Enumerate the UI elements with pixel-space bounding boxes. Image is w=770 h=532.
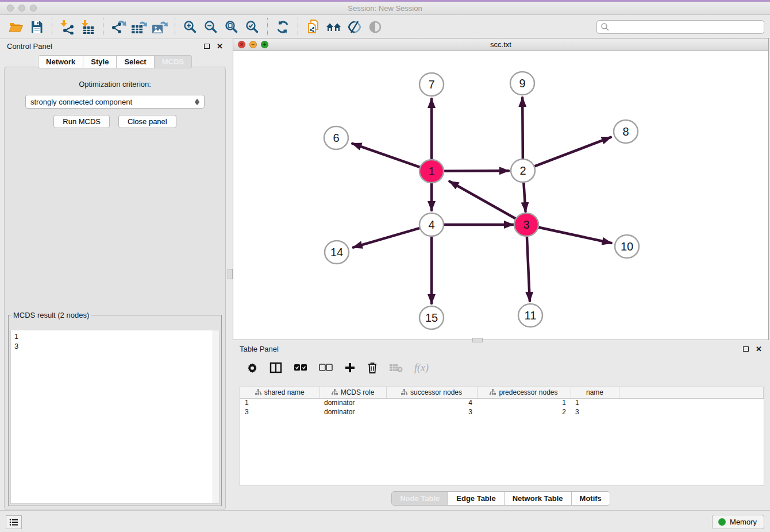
close-panel-icon[interactable]: ✕ <box>217 43 223 50</box>
column-header-successor-nodes[interactable]: successor nodes <box>386 387 477 398</box>
toolbar-separator <box>52 18 52 36</box>
table-panel: Table Panel ✕ f(x) <box>233 342 769 510</box>
mcds-result-list[interactable]: 1 3 <box>10 330 220 504</box>
graph-edge-3-11[interactable] <box>527 237 530 301</box>
zoom-fit-content-icon[interactable] <box>221 17 242 37</box>
network-graph[interactable]: 7968124314101511 <box>233 51 768 340</box>
zoom-selected-icon[interactable] <box>242 17 263 37</box>
close-panel-button[interactable]: Close panel <box>118 115 176 128</box>
column-header-shared-name[interactable]: shared name <box>240 387 319 398</box>
close-table-panel-icon[interactable]: ✕ <box>756 345 762 353</box>
criterion-select[interactable]: strongly connected component <box>25 95 205 109</box>
table-cell[interactable]: 2 <box>477 407 571 417</box>
network-window-title: scc.txt <box>233 40 768 49</box>
duplicate-network-icon[interactable] <box>303 17 324 37</box>
tab-network[interactable]: Network <box>38 55 83 68</box>
tab-edge-table[interactable]: Edge Table <box>448 492 503 505</box>
control-panel-tabs: Network Style Select MCDS <box>0 55 230 68</box>
network-canvas[interactable]: 7968124314101511 <box>233 51 768 340</box>
task-history-button[interactable] <box>6 515 22 529</box>
node-table-container[interactable]: shared name MCDS role successor nodes pr… <box>240 387 764 486</box>
graph-edge-1-6[interactable] <box>352 144 420 167</box>
column-header-name[interactable]: name <box>571 387 619 398</box>
tab-mcds[interactable]: MCDS <box>155 55 192 68</box>
open-session-icon[interactable] <box>6 17 26 37</box>
function-builder-icon[interactable]: f(x) <box>414 360 429 375</box>
optimization-criterion-label: Optimization criterion: <box>5 80 225 88</box>
delete-column-icon[interactable] <box>367 360 378 375</box>
table-cell[interactable]: 3 <box>386 407 477 417</box>
column-visibility-icon[interactable] <box>270 360 282 375</box>
result-scrollbar[interactable] <box>213 330 219 503</box>
tab-motifs[interactable]: Motifs <box>571 492 610 505</box>
graph-edge-3-1[interactable] <box>449 182 515 219</box>
tab-network-table[interactable]: Network Table <box>504 492 571 505</box>
first-neighbors-icon[interactable] <box>324 17 344 37</box>
search-input[interactable] <box>612 23 760 31</box>
tab-style[interactable]: Style <box>83 55 117 68</box>
table-cell[interactable]: 1 <box>571 398 619 407</box>
search-bar[interactable] <box>596 20 764 34</box>
graph-edge-4-14[interactable] <box>353 228 420 248</box>
toolbar-separator <box>298 18 298 36</box>
zoom-out-icon[interactable] <box>201 17 221 37</box>
import-table-icon[interactable] <box>78 17 98 37</box>
memory-button[interactable]: Memory <box>712 515 764 529</box>
toolbar-separator <box>103 18 103 36</box>
graph-node-label: 15 <box>425 311 438 324</box>
graph-node-label: 4 <box>428 218 434 231</box>
tab-node-table[interactable]: Node Table <box>392 492 448 505</box>
delete-table-icon[interactable] <box>389 360 403 375</box>
column-header-predecessor-nodes[interactable]: predecessor nodes <box>477 387 571 398</box>
table-cell[interactable]: 1 <box>240 398 319 407</box>
flow-icon <box>401 389 407 395</box>
network-window-titlebar: × − + scc.txt <box>233 38 768 51</box>
app-titlebar: Session: New Session <box>0 0 770 15</box>
deselect-all-rows-icon[interactable] <box>319 360 333 375</box>
graph-node-label: 10 <box>621 240 633 253</box>
graph-node-label: 3 <box>523 218 529 231</box>
export-image-icon[interactable] <box>149 17 170 37</box>
graph-edge-3-10[interactable] <box>538 227 611 243</box>
show-hide-birds-eye-view-icon[interactable] <box>365 17 386 37</box>
import-network-icon[interactable] <box>57 17 78 37</box>
graph-edge-2-9[interactable] <box>522 98 523 159</box>
table-cell[interactable]: 4 <box>386 398 477 407</box>
table-row[interactable]: 3dominator323 <box>240 407 764 417</box>
float-panel-icon[interactable] <box>204 44 210 49</box>
table-settings-gear-icon[interactable] <box>247 360 258 375</box>
graph-edge-1-2[interactable] <box>444 171 509 171</box>
vertical-splitter-handle[interactable] <box>228 269 233 279</box>
control-panel: Control Panel ✕ Network Style Select MCD… <box>0 39 230 510</box>
flow-icon <box>255 389 261 395</box>
run-mcds-button[interactable]: Run MCDS <box>53 115 110 128</box>
table-row[interactable]: 1dominator411 <box>240 398 764 407</box>
column-header-mcds-role[interactable]: MCDS role <box>319 387 386 398</box>
table-cell[interactable]: dominator <box>319 407 386 417</box>
flow-icon <box>332 389 338 395</box>
graph-edge-2-3[interactable] <box>523 183 525 211</box>
select-all-rows-icon[interactable] <box>294 360 307 375</box>
mcds-result-values: 1 3 <box>11 330 219 352</box>
save-session-icon[interactable] <box>26 17 47 37</box>
table-cell[interactable]: 3 <box>240 407 319 417</box>
table-tabs: Node Table Edge Table Network Table Moti… <box>233 491 769 506</box>
add-column-icon[interactable] <box>344 360 356 375</box>
node-table-body: 1dominator4113dominator323 <box>240 398 764 417</box>
table-toolbar: f(x) <box>233 356 769 380</box>
zoom-in-icon[interactable] <box>180 17 201 37</box>
table-panel-title: Table Panel <box>240 345 279 353</box>
table-cell[interactable]: 3 <box>571 407 619 417</box>
flow-icon <box>490 389 496 395</box>
table-cell[interactable]: dominator <box>319 398 386 407</box>
float-table-panel-icon[interactable] <box>743 346 749 352</box>
mcds-panel: Optimization criterion: strongly connect… <box>4 67 226 510</box>
export-network-icon[interactable] <box>108 17 129 37</box>
tab-select[interactable]: Select <box>117 55 154 68</box>
export-table-icon[interactable] <box>129 17 149 37</box>
table-cell[interactable]: 1 <box>477 398 571 407</box>
graph-edge-2-8[interactable] <box>534 137 611 167</box>
show-hide-graphics-details-icon[interactable] <box>344 17 365 37</box>
select-stepper-icon <box>195 99 199 105</box>
apply-preferred-layout-icon[interactable] <box>272 17 293 37</box>
